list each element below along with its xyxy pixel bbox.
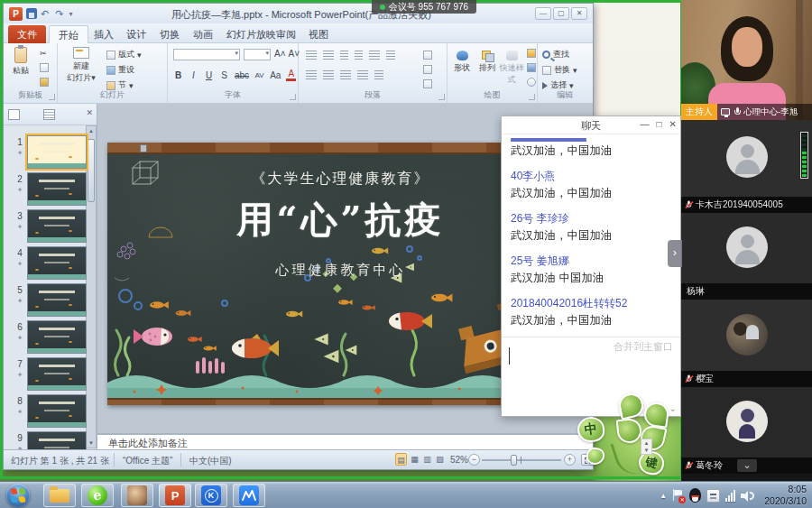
italic-button[interactable]: I (189, 70, 198, 80)
tab-view[interactable]: 视图 (300, 25, 337, 43)
thumbnail-image[interactable] (27, 320, 87, 354)
text-align-vertical-icon[interactable] (423, 51, 432, 60)
volume-icon[interactable] (741, 490, 755, 502)
view-normal-button[interactable]: ▤ (395, 453, 407, 466)
slide-thumbnail-5[interactable]: 5✦ (13, 283, 90, 317)
text-direction-icon[interactable] (386, 51, 395, 60)
thumbnail-image[interactable] (27, 394, 87, 428)
thumbnail-image[interactable] (27, 431, 87, 449)
input-method-icon[interactable] (706, 489, 720, 503)
columns-icon[interactable] (374, 70, 383, 79)
tray-clock[interactable]: 8:05 2020/3/10 (761, 484, 807, 507)
chat-maximize-icon[interactable]: □ (657, 119, 662, 129)
participant-tile[interactable] (681, 213, 812, 283)
quick-styles-button[interactable]: 快速样式 (498, 51, 525, 86)
taskbar-classroom-button[interactable]: K (195, 484, 227, 507)
thumbnail-image[interactable] (27, 357, 87, 391)
slide-thumbnail-6[interactable]: 6✦ (13, 320, 90, 354)
slide-thumbnail-1[interactable]: 1✦ (13, 135, 90, 169)
chat-collapse-down-icon[interactable]: ⌄ (669, 403, 677, 413)
numbering-icon[interactable] (323, 51, 334, 60)
chat-close-icon[interactable]: ✕ (669, 119, 677, 129)
panel-collapse-chevron[interactable]: ⌄ (737, 459, 757, 472)
taskbar-explorer-button[interactable] (43, 484, 76, 507)
close-button[interactable]: ✕ (571, 7, 587, 20)
tray-expand-icon[interactable]: ▲ (660, 492, 667, 500)
host-video-tile[interactable]: 主持人 心理中心-李旭 (681, 0, 812, 120)
view-reading-button[interactable]: ▥ (421, 453, 433, 466)
view-sorter-button[interactable]: ▦ (409, 453, 420, 466)
tab-transitions[interactable]: 切换 (151, 25, 189, 43)
strikethrough-button[interactable]: abc (235, 70, 249, 80)
align-left-icon[interactable] (306, 70, 317, 79)
zoom-in-button[interactable]: + (564, 454, 576, 466)
fit-to-window-button[interactable] (581, 454, 594, 466)
taskbar-powerpoint-button[interactable]: P (159, 484, 191, 507)
justify-icon[interactable] (357, 70, 368, 79)
drawing-dialog-launcher[interactable] (529, 94, 535, 100)
chat-minimize-icon[interactable]: — (641, 119, 650, 129)
view-slideshow-button[interactable]: ▨ (434, 453, 446, 466)
paragraph-dialog-launcher[interactable] (438, 94, 445, 100)
font-family-combo[interactable] (173, 49, 240, 60)
slide-thumbnail-2[interactable]: 2✦ (13, 172, 90, 206)
layout-button[interactable]: 版式▾ (106, 49, 142, 60)
zoom-out-button[interactable]: − (468, 454, 480, 466)
tab-animations[interactable]: 动画 (184, 25, 222, 43)
restore-button[interactable]: ▢ (553, 7, 569, 20)
minimize-button[interactable]: — (535, 7, 551, 20)
participant-tile[interactable] (681, 300, 812, 371)
zoom-slider-track[interactable] (482, 459, 561, 461)
action-center-icon[interactable]: ✕ (672, 489, 684, 503)
find-button[interactable]: 查找 (542, 49, 569, 60)
underline-button[interactable]: U (204, 70, 214, 80)
zoom-slider-handle[interactable] (511, 455, 517, 466)
slide-thumbnail-8[interactable]: 8✦ (13, 394, 90, 428)
qq-icon[interactable] (689, 488, 701, 503)
bullets-icon[interactable] (306, 51, 317, 60)
taskbar-meeting-button[interactable] (233, 484, 265, 507)
grow-shrink-font-buttons[interactable]: A˄A˅ (274, 49, 300, 59)
chat-message-list[interactable]: 武汉加油，中国加油 40李小燕 武汉加油，中国加油 26号 李珍珍 武汉加油，中… (511, 136, 673, 329)
chat-input-caret[interactable] (509, 347, 510, 365)
network-icon[interactable] (725, 490, 735, 502)
thumbnail-image[interactable] (27, 283, 87, 317)
taskbar-browser-button[interactable]: e (81, 484, 114, 507)
convert-smartart-icon[interactable] (423, 65, 432, 74)
align-center-icon[interactable] (323, 70, 334, 79)
slide-thumbnail-3[interactable]: 3✦ (13, 209, 90, 243)
thumbnail-image[interactable] (27, 246, 87, 280)
shape-outline-icon[interactable] (527, 63, 536, 72)
notes-pane[interactable]: 单击此处添加备注 (97, 433, 593, 449)
thumbnail-image[interactable] (27, 209, 87, 243)
char-spacing-button[interactable]: AV (254, 71, 264, 79)
shape-fill-icon[interactable] (527, 49, 536, 58)
chat-titlebar[interactable]: 聊天 — □ ✕ (502, 116, 680, 134)
change-case-button[interactable]: Aa (270, 70, 281, 80)
thumbnail-image[interactable] (27, 172, 87, 206)
font-color-button[interactable]: A (286, 69, 296, 81)
taskbar-photo-app-button[interactable] (121, 484, 153, 507)
reset-button[interactable]: 重设 (106, 64, 134, 76)
thumbnail-image[interactable] (27, 135, 87, 169)
slide-thumbnail-7[interactable]: 7✦ (13, 357, 90, 391)
arrange-button[interactable]: 排列 (475, 51, 500, 74)
font-size-combo[interactable] (244, 49, 271, 60)
start-button[interactable] (6, 484, 30, 507)
increase-indent-icon[interactable] (355, 51, 363, 60)
slide-thumbnail-9[interactable]: 9✦ (13, 431, 90, 449)
widget-spinner[interactable]: ▲▼ (641, 439, 652, 455)
decrease-indent-icon[interactable] (340, 51, 348, 60)
participant-tile[interactable] (681, 387, 812, 457)
participant-tile[interactable] (681, 120, 812, 197)
line-spacing-icon[interactable] (369, 51, 380, 60)
font-dialog-launcher[interactable] (290, 94, 296, 100)
meeting-id-badge[interactable]: 会议号 955 767 976 (372, 0, 476, 14)
slide-thumbnail-4[interactable]: 4✦ (13, 246, 90, 280)
tab-design[interactable]: 设计 (117, 25, 155, 43)
shapes-button[interactable]: 形状 (449, 51, 475, 74)
align-right-icon[interactable] (340, 70, 351, 79)
chat-collapse-handle[interactable]: › (668, 240, 682, 267)
shape-effects-icon[interactable] (527, 78, 536, 87)
shadow-button[interactable]: S (219, 70, 229, 80)
